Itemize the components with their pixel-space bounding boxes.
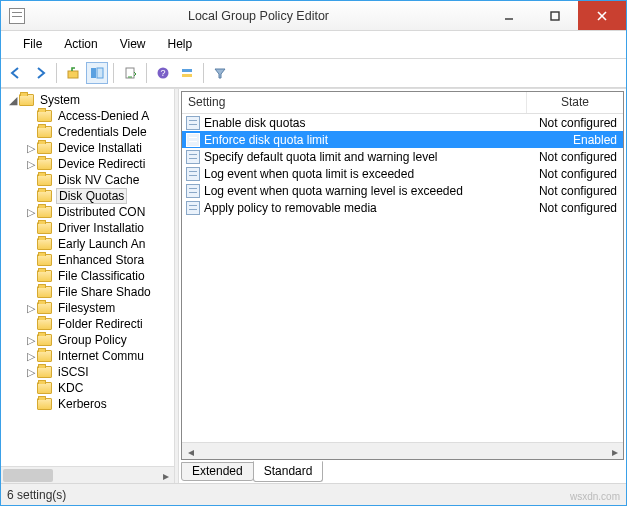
tree-label: Internet Commu bbox=[56, 349, 146, 363]
scroll-left-icon[interactable]: ◂ bbox=[182, 443, 199, 460]
tree-item[interactable]: ▷Group Policy bbox=[1, 332, 174, 348]
tree-label: Enhanced Stora bbox=[56, 253, 146, 267]
properties-button[interactable] bbox=[176, 62, 198, 84]
menu-file[interactable]: File bbox=[15, 35, 50, 53]
statusbar: 6 setting(s) bbox=[1, 483, 626, 505]
expand-icon[interactable]: ▷ bbox=[25, 206, 37, 219]
scroll-right-icon[interactable]: ▸ bbox=[606, 443, 623, 460]
tab-standard[interactable]: Standard bbox=[253, 461, 324, 482]
folder-icon bbox=[37, 238, 52, 250]
toolbar: ? bbox=[1, 58, 626, 88]
maximize-button[interactable] bbox=[532, 1, 578, 30]
scrollbar-thumb[interactable] bbox=[3, 469, 53, 482]
tree-spacer bbox=[25, 222, 37, 234]
content-area: ◢System Access-Denied A Credentials Dele… bbox=[1, 88, 626, 483]
tree-item[interactable]: Credentials Dele bbox=[1, 124, 174, 140]
list-row[interactable]: Log event when quota warning level is ex… bbox=[182, 182, 623, 199]
filter-button[interactable] bbox=[209, 62, 231, 84]
tree-spacer bbox=[25, 270, 37, 282]
svg-rect-11 bbox=[182, 74, 192, 77]
tree-item[interactable]: Folder Redirecti bbox=[1, 316, 174, 332]
setting-state: Not configured bbox=[527, 150, 623, 164]
forward-button[interactable] bbox=[29, 62, 51, 84]
list-row[interactable]: Enable disk quotasNot configured bbox=[182, 114, 623, 131]
tree-label: Filesystem bbox=[56, 301, 117, 315]
list-header: Setting State bbox=[182, 92, 623, 114]
column-setting[interactable]: Setting bbox=[182, 92, 527, 113]
tree-item[interactable]: ▷Distributed CON bbox=[1, 204, 174, 220]
tree-spacer bbox=[25, 398, 37, 410]
scroll-right-icon[interactable]: ▸ bbox=[157, 467, 174, 483]
folder-icon bbox=[37, 270, 52, 282]
expand-icon[interactable]: ▷ bbox=[25, 158, 37, 171]
setting-name: Enforce disk quota limit bbox=[204, 133, 527, 147]
expand-icon[interactable]: ▷ bbox=[25, 350, 37, 363]
list-row[interactable]: Enforce disk quota limitEnabled bbox=[182, 131, 623, 148]
tree-item[interactable]: ▷Filesystem bbox=[1, 300, 174, 316]
up-button[interactable] bbox=[62, 62, 84, 84]
folder-icon bbox=[37, 126, 52, 138]
svg-text:?: ? bbox=[160, 68, 165, 78]
tree-item[interactable]: Driver Installatio bbox=[1, 220, 174, 236]
expand-icon[interactable]: ▷ bbox=[25, 302, 37, 315]
tree-item[interactable]: Early Launch An bbox=[1, 236, 174, 252]
collapse-icon[interactable]: ◢ bbox=[7, 94, 19, 107]
export-button[interactable] bbox=[119, 62, 141, 84]
tree-item[interactable]: KDC bbox=[1, 380, 174, 396]
tree-item[interactable]: ▷iSCSI bbox=[1, 364, 174, 380]
folder-icon bbox=[37, 302, 52, 314]
right-pane: Setting State Enable disk quotasNot conf… bbox=[179, 89, 626, 483]
help-button[interactable]: ? bbox=[152, 62, 174, 84]
tab-extended[interactable]: Extended bbox=[181, 462, 254, 481]
tree-item[interactable]: Disk NV Cache bbox=[1, 172, 174, 188]
tree-spacer bbox=[25, 190, 37, 202]
policy-icon bbox=[186, 167, 200, 181]
tree-item[interactable]: Enhanced Stora bbox=[1, 252, 174, 268]
menu-view[interactable]: View bbox=[112, 35, 154, 53]
folder-icon bbox=[37, 190, 52, 202]
tree-item[interactable]: ▷Device Redirecti bbox=[1, 156, 174, 172]
close-button[interactable] bbox=[578, 1, 626, 30]
tree-spacer bbox=[25, 126, 37, 138]
expand-icon[interactable]: ▷ bbox=[25, 366, 37, 379]
back-button[interactable] bbox=[5, 62, 27, 84]
tree-spacer bbox=[25, 254, 37, 266]
tree-label: Distributed CON bbox=[56, 205, 147, 219]
folder-icon bbox=[37, 206, 52, 218]
tree-label: Kerberos bbox=[56, 397, 109, 411]
tree-item[interactable]: Access-Denied A bbox=[1, 108, 174, 124]
svg-rect-10 bbox=[182, 69, 192, 72]
list-row[interactable]: Specify default quota limit and warning … bbox=[182, 148, 623, 165]
policy-icon bbox=[186, 150, 200, 164]
column-state[interactable]: State bbox=[527, 92, 623, 113]
tree-horizontal-scrollbar[interactable]: ▸ bbox=[1, 466, 174, 483]
menubar: File Action View Help bbox=[1, 31, 626, 58]
expand-icon[interactable]: ▷ bbox=[25, 334, 37, 347]
tree-spacer bbox=[25, 174, 37, 186]
tree-item[interactable]: File Classificatio bbox=[1, 268, 174, 284]
tree[interactable]: ◢System Access-Denied A Credentials Dele… bbox=[1, 89, 174, 466]
folder-icon bbox=[37, 350, 52, 362]
window-title: Local Group Policy Editor bbox=[31, 9, 486, 23]
list-horizontal-scrollbar[interactable]: ◂ ▸ bbox=[182, 442, 623, 459]
list-body[interactable]: Enable disk quotasNot configuredEnforce … bbox=[182, 114, 623, 442]
policy-icon bbox=[186, 184, 200, 198]
tree-item[interactable]: File Share Shado bbox=[1, 284, 174, 300]
tree-item[interactable]: ▷Device Installati bbox=[1, 140, 174, 156]
folder-icon bbox=[37, 318, 52, 330]
list-row[interactable]: Log event when quota limit is exceededNo… bbox=[182, 165, 623, 182]
setting-name: Log event when quota warning level is ex… bbox=[204, 184, 527, 198]
menu-help[interactable]: Help bbox=[160, 35, 201, 53]
folder-icon bbox=[37, 110, 52, 122]
tree-item-system[interactable]: ◢System bbox=[1, 92, 174, 108]
tree-item[interactable]: Disk Quotas bbox=[1, 188, 174, 204]
setting-state: Not configured bbox=[527, 116, 623, 130]
list-row[interactable]: Apply policy to removable mediaNot confi… bbox=[182, 199, 623, 216]
minimize-button[interactable] bbox=[486, 1, 532, 30]
tree-item[interactable]: ▷Internet Commu bbox=[1, 348, 174, 364]
tree-item[interactable]: Kerberos bbox=[1, 396, 174, 412]
menu-action[interactable]: Action bbox=[56, 35, 105, 53]
show-tree-button[interactable] bbox=[86, 62, 108, 84]
tree-pane: ◢System Access-Denied A Credentials Dele… bbox=[1, 89, 174, 483]
expand-icon[interactable]: ▷ bbox=[25, 142, 37, 155]
